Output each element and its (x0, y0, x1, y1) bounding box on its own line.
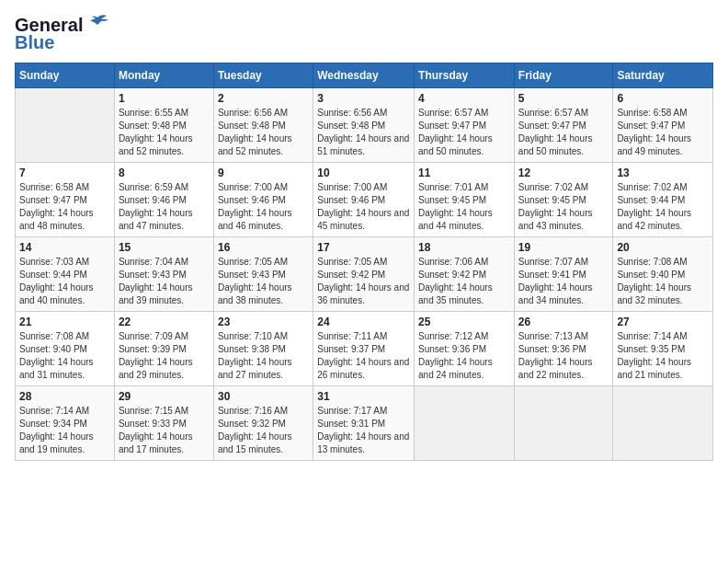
day-number: 15 (119, 241, 210, 254)
day-number: 4 (418, 92, 510, 105)
day-info: Sunrise: 6:57 AMSunset: 9:47 PMDaylight:… (418, 107, 510, 158)
day-info: Sunrise: 6:58 AMSunset: 9:47 PMDaylight:… (19, 181, 110, 233)
calendar-cell: 17Sunrise: 7:05 AMSunset: 9:42 PMDayligh… (313, 237, 415, 312)
day-number: 19 (518, 241, 609, 254)
day-number: 9 (218, 167, 309, 179)
day-info: Sunrise: 7:07 AMSunset: 9:41 PMDaylight:… (518, 256, 609, 307)
header-day-saturday: Saturday (613, 63, 713, 88)
day-number: 31 (317, 390, 410, 403)
day-info: Sunrise: 7:17 AMSunset: 9:31 PMDaylight:… (317, 405, 410, 456)
day-number: 18 (418, 241, 510, 254)
calendar-cell (514, 386, 613, 461)
calendar-cell: 14Sunrise: 7:03 AMSunset: 9:44 PMDayligh… (16, 237, 115, 312)
header-day-thursday: Thursday (415, 63, 515, 88)
calendar-cell: 7Sunrise: 6:58 AMSunset: 9:47 PMDaylight… (16, 163, 115, 237)
day-info: Sunrise: 7:14 AMSunset: 9:34 PMDaylight:… (19, 405, 110, 456)
page-header: General Blue (15, 15, 713, 53)
day-number: 23 (218, 316, 309, 328)
week-row-5: 28Sunrise: 7:14 AMSunset: 9:34 PMDayligh… (16, 386, 713, 461)
calendar-cell: 28Sunrise: 7:14 AMSunset: 9:34 PMDayligh… (16, 386, 115, 461)
calendar-cell: 19Sunrise: 7:07 AMSunset: 9:41 PMDayligh… (514, 237, 613, 312)
day-info: Sunrise: 7:08 AMSunset: 9:40 PMDaylight:… (19, 330, 110, 382)
calendar-cell: 31Sunrise: 7:17 AMSunset: 9:31 PMDayligh… (313, 386, 415, 461)
day-info: Sunrise: 7:09 AMSunset: 9:39 PMDaylight:… (119, 330, 210, 382)
calendar-cell: 9Sunrise: 7:00 AMSunset: 9:46 PMDaylight… (213, 163, 313, 237)
day-number: 20 (617, 241, 709, 254)
calendar-cell: 1Sunrise: 6:55 AMSunset: 9:48 PMDaylight… (114, 88, 213, 163)
day-number: 3 (317, 92, 410, 105)
header-day-monday: Monday (114, 63, 213, 88)
day-info: Sunrise: 7:11 AMSunset: 9:37 PMDaylight:… (317, 330, 410, 382)
day-info: Sunrise: 6:55 AMSunset: 9:48 PMDaylight:… (119, 107, 210, 158)
day-number: 1 (119, 92, 210, 105)
day-number: 28 (19, 390, 110, 403)
day-info: Sunrise: 6:59 AMSunset: 9:46 PMDaylight:… (119, 181, 210, 233)
day-number: 29 (119, 390, 210, 403)
day-number: 11 (418, 167, 510, 179)
day-info: Sunrise: 7:05 AMSunset: 9:43 PMDaylight:… (218, 256, 309, 307)
calendar-cell: 22Sunrise: 7:09 AMSunset: 9:39 PMDayligh… (114, 312, 213, 386)
week-row-4: 21Sunrise: 7:08 AMSunset: 9:40 PMDayligh… (16, 312, 713, 386)
day-number: 25 (418, 316, 510, 328)
day-info: Sunrise: 7:08 AMSunset: 9:40 PMDaylight:… (617, 256, 709, 307)
header-day-wednesday: Wednesday (313, 63, 415, 88)
day-info: Sunrise: 7:00 AMSunset: 9:46 PMDaylight:… (317, 181, 410, 233)
day-info: Sunrise: 7:01 AMSunset: 9:45 PMDaylight:… (418, 181, 510, 233)
calendar-cell: 16Sunrise: 7:05 AMSunset: 9:43 PMDayligh… (213, 237, 313, 312)
day-info: Sunrise: 7:00 AMSunset: 9:46 PMDaylight:… (218, 181, 309, 233)
calendar-cell: 18Sunrise: 7:06 AMSunset: 9:42 PMDayligh… (415, 237, 515, 312)
day-info: Sunrise: 7:03 AMSunset: 9:44 PMDaylight:… (19, 256, 110, 307)
day-info: Sunrise: 7:16 AMSunset: 9:32 PMDaylight:… (218, 405, 309, 456)
logo-bird-icon (85, 14, 110, 34)
calendar-cell: 8Sunrise: 6:59 AMSunset: 9:46 PMDaylight… (114, 163, 213, 237)
calendar-cell: 11Sunrise: 7:01 AMSunset: 9:45 PMDayligh… (415, 163, 515, 237)
calendar-cell (415, 386, 515, 461)
calendar-cell: 13Sunrise: 7:02 AMSunset: 9:44 PMDayligh… (613, 163, 713, 237)
day-number: 14 (19, 241, 110, 254)
header-row: SundayMondayTuesdayWednesdayThursdayFrid… (16, 63, 713, 88)
calendar-cell: 5Sunrise: 6:57 AMSunset: 9:47 PMDaylight… (514, 88, 613, 163)
day-number: 24 (317, 316, 410, 328)
header-day-tuesday: Tuesday (213, 63, 313, 88)
day-info: Sunrise: 7:05 AMSunset: 9:42 PMDaylight:… (317, 256, 410, 307)
calendar-cell: 27Sunrise: 7:14 AMSunset: 9:35 PMDayligh… (613, 312, 713, 386)
week-row-1: 1Sunrise: 6:55 AMSunset: 9:48 PMDaylight… (16, 88, 713, 163)
day-number: 22 (119, 316, 210, 328)
day-info: Sunrise: 6:57 AMSunset: 9:47 PMDaylight:… (518, 107, 609, 158)
day-number: 5 (518, 92, 609, 105)
day-number: 10 (317, 167, 410, 179)
calendar-cell: 26Sunrise: 7:13 AMSunset: 9:36 PMDayligh… (514, 312, 613, 386)
day-info: Sunrise: 7:10 AMSunset: 9:38 PMDaylight:… (218, 330, 309, 382)
calendar-cell: 25Sunrise: 7:12 AMSunset: 9:36 PMDayligh… (415, 312, 515, 386)
day-number: 8 (119, 167, 210, 179)
calendar-cell: 4Sunrise: 6:57 AMSunset: 9:47 PMDaylight… (415, 88, 515, 163)
day-info: Sunrise: 7:02 AMSunset: 9:45 PMDaylight:… (518, 181, 609, 233)
calendar-cell: 29Sunrise: 7:15 AMSunset: 9:33 PMDayligh… (114, 386, 213, 461)
header-day-friday: Friday (514, 63, 613, 88)
calendar-table: SundayMondayTuesdayWednesdayThursdayFrid… (15, 63, 713, 461)
calendar-cell (16, 88, 115, 163)
day-info: Sunrise: 6:58 AMSunset: 9:47 PMDaylight:… (617, 107, 709, 158)
day-number: 27 (617, 316, 709, 328)
calendar-cell: 10Sunrise: 7:00 AMSunset: 9:46 PMDayligh… (313, 163, 415, 237)
logo-blue: Blue (15, 32, 54, 53)
day-info: Sunrise: 6:56 AMSunset: 9:48 PMDaylight:… (218, 107, 309, 158)
calendar-cell: 3Sunrise: 6:56 AMSunset: 9:48 PMDaylight… (313, 88, 415, 163)
day-number: 7 (19, 167, 110, 179)
calendar-cell: 15Sunrise: 7:04 AMSunset: 9:43 PMDayligh… (114, 237, 213, 312)
header-day-sunday: Sunday (16, 63, 115, 88)
calendar-cell: 30Sunrise: 7:16 AMSunset: 9:32 PMDayligh… (213, 386, 313, 461)
day-number: 30 (218, 390, 309, 403)
day-number: 12 (518, 167, 609, 179)
calendar-cell: 2Sunrise: 6:56 AMSunset: 9:48 PMDaylight… (213, 88, 313, 163)
day-info: Sunrise: 7:02 AMSunset: 9:44 PMDaylight:… (617, 181, 709, 233)
calendar-cell: 21Sunrise: 7:08 AMSunset: 9:40 PMDayligh… (16, 312, 115, 386)
day-number: 16 (218, 241, 309, 254)
day-number: 17 (317, 241, 410, 254)
calendar-cell: 23Sunrise: 7:10 AMSunset: 9:38 PMDayligh… (213, 312, 313, 386)
day-number: 2 (218, 92, 309, 105)
day-info: Sunrise: 7:14 AMSunset: 9:35 PMDaylight:… (617, 330, 709, 382)
day-number: 13 (617, 167, 709, 179)
calendar-cell: 20Sunrise: 7:08 AMSunset: 9:40 PMDayligh… (613, 237, 713, 312)
day-info: Sunrise: 7:15 AMSunset: 9:33 PMDaylight:… (119, 405, 210, 456)
